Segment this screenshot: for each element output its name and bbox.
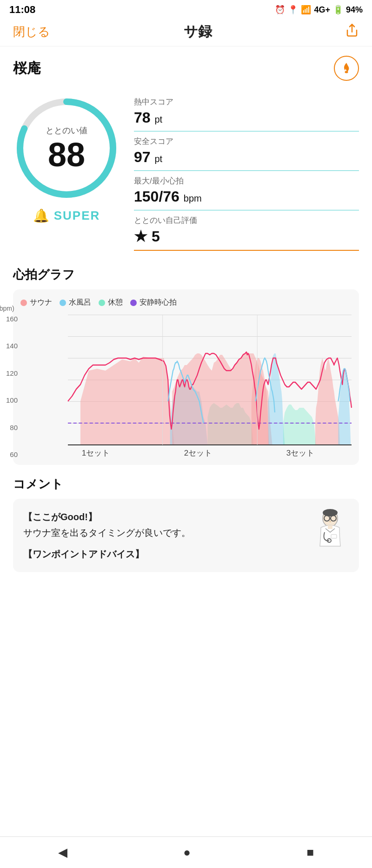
score-label-heartrate: 最大/最小心拍 bbox=[134, 176, 359, 186]
legend-rest: 休憩 bbox=[99, 298, 123, 307]
super-badge: 🔔 SUPER bbox=[33, 208, 100, 223]
x-axis-labels: 1セット 2セット 3セット bbox=[45, 448, 352, 458]
doctor-icon bbox=[312, 509, 349, 553]
legend-resting-hr: 安静時心拍 bbox=[130, 298, 177, 307]
circle-gauge-container: ととのい値 88 🔔 SUPER bbox=[13, 95, 120, 223]
svg-rect-20 bbox=[328, 525, 332, 529]
status-bar: 11:08 ⏰ 📍 📶 4G+ 🔋 94% bbox=[0, 0, 372, 18]
y-label-160: 160 bbox=[0, 315, 18, 323]
legend-dot-resting-hr bbox=[130, 300, 137, 306]
water-area-3 bbox=[338, 369, 351, 445]
graph-section-title: 心拍グラフ bbox=[13, 267, 359, 283]
circle-gauge: ととのい値 88 bbox=[13, 95, 120, 202]
comment-text: 【ここがGood!】 サウナ室を出るタイミングが良いです。 【ワンポイントアドバ… bbox=[23, 509, 304, 562]
bottom-nav: ◀ ● ■ bbox=[0, 836, 372, 868]
close-button[interactable]: 閉じる bbox=[13, 24, 50, 40]
comment-good-label: 【ここがGood!】 bbox=[23, 509, 304, 525]
signal-label: 4G+ bbox=[314, 5, 330, 15]
x-label-set1: 1セット bbox=[45, 448, 147, 458]
chart-legend: サウナ 水風呂 休憩 安静時心拍 bbox=[20, 298, 352, 307]
status-icons: ⏰ 📍 📶 4G+ 🔋 94% bbox=[275, 5, 363, 15]
svg-point-19 bbox=[329, 521, 331, 522]
rest-area-2 bbox=[283, 405, 316, 445]
legend-label-sauna: サウナ bbox=[30, 298, 52, 307]
recent-button[interactable]: ■ bbox=[307, 845, 314, 860]
score-value-heartrate: 150/76 bpm bbox=[134, 188, 359, 205]
legend-dot-water bbox=[60, 300, 66, 306]
header-title: サ録 bbox=[184, 22, 212, 41]
battery-label: 94% bbox=[346, 5, 363, 15]
chart-svg bbox=[68, 315, 352, 445]
chart-area bbox=[68, 315, 352, 445]
score-value-enthusiasm: 78 pt bbox=[134, 109, 359, 126]
score-label-safety: 安全スコア bbox=[134, 136, 359, 147]
y-label-120: 120 bbox=[0, 369, 18, 377]
score-value-selfeval: ★ 5 bbox=[134, 228, 359, 245]
y-label-80: 80 bbox=[0, 424, 18, 431]
comment-good-text: サウナ室を出るタイミングが良いです。 bbox=[23, 525, 304, 541]
score-item-enthusiasm: 熱中スコア 78 pt bbox=[134, 97, 359, 131]
legend-label-rest: 休憩 bbox=[108, 298, 123, 307]
sauna-area-1 bbox=[80, 357, 174, 445]
gauge-inner: ととのい値 88 bbox=[46, 125, 87, 171]
chart-wrapper: (bpm) 160 140 120 100 80 60 bbox=[20, 315, 352, 458]
y-axis-unit: (bpm) bbox=[0, 305, 14, 312]
x-label-set2: 2セット bbox=[147, 448, 249, 458]
facility-name: 桜庵 bbox=[13, 59, 41, 78]
y-label-60: 60 bbox=[0, 450, 18, 458]
status-time: 11:08 bbox=[9, 4, 35, 16]
score-item-selfeval: ととのい自己評価 ★ 5 bbox=[134, 210, 359, 251]
score-item-heartrate: 最大/最小心拍 150/76 bpm bbox=[134, 171, 359, 210]
comment-section: コメント 【ここがGood!】 サウナ室を出るタイミングが良いです。 【ワンポイ… bbox=[13, 476, 359, 591]
battery-icon: 🔋 bbox=[333, 5, 343, 15]
score-label-enthusiasm: 熱中スコア bbox=[134, 97, 359, 107]
home-button[interactable]: ● bbox=[183, 845, 191, 860]
score-item-safety: 安全スコア 97 pt bbox=[134, 131, 359, 171]
alarm-icon: ⏰ bbox=[275, 5, 285, 15]
metrics-section: ととのい値 88 🔔 SUPER 熱中スコア 78 pt 安全スコア bbox=[13, 85, 359, 255]
legend-label-water: 水風呂 bbox=[69, 298, 91, 307]
comment-section-title: コメント bbox=[13, 476, 359, 492]
doctor-svg bbox=[312, 509, 349, 551]
legend-dot-rest bbox=[99, 300, 105, 306]
gauge-value: 88 bbox=[46, 138, 87, 171]
legend-dot-sauna bbox=[20, 300, 27, 306]
app-header: 閉じる サ録 bbox=[0, 18, 372, 46]
comment-advice-label: 【ワンポイントアドバイス】 bbox=[23, 546, 304, 562]
score-list: 熱中スコア 78 pt 安全スコア 97 pt 最大/最小心拍 150/76 b… bbox=[134, 95, 359, 251]
super-bell-icon: 🔔 bbox=[33, 208, 49, 223]
score-label-selfeval: ととのい自己評価 bbox=[134, 215, 359, 226]
y-label-100: 100 bbox=[0, 396, 18, 404]
comment-box: 【ここがGood!】 サウナ室を出るタイミングが良いです。 【ワンポイントアドバ… bbox=[13, 499, 359, 572]
main-content: 桜庵 ととのい値 88 bbox=[0, 46, 372, 591]
gauge-label: ととのい値 bbox=[46, 125, 87, 136]
svg-point-1 bbox=[345, 71, 348, 73]
x-label-set3: 3セット bbox=[249, 448, 352, 458]
legend-sauna: サウナ bbox=[20, 298, 52, 307]
graph-container: サウナ 水風呂 休憩 安静時心拍 (bpm) 160 140 120 100 bbox=[13, 289, 359, 465]
facility-row: 桜庵 bbox=[13, 46, 359, 85]
super-label: SUPER bbox=[54, 209, 100, 223]
signal-icon: 📶 bbox=[301, 5, 311, 15]
y-axis-labels: 160 140 120 100 80 60 bbox=[0, 315, 18, 458]
svg-point-15 bbox=[323, 509, 338, 516]
y-label-140: 140 bbox=[0, 342, 18, 350]
flame-icon-button[interactable] bbox=[334, 56, 359, 81]
location-icon: 📍 bbox=[288, 5, 298, 15]
score-value-safety: 97 pt bbox=[134, 149, 359, 166]
legend-label-resting-hr: 安静時心拍 bbox=[140, 298, 177, 307]
back-button[interactable]: ◀ bbox=[58, 845, 67, 860]
legend-water: 水風呂 bbox=[60, 298, 91, 307]
share-button[interactable] bbox=[345, 23, 359, 40]
